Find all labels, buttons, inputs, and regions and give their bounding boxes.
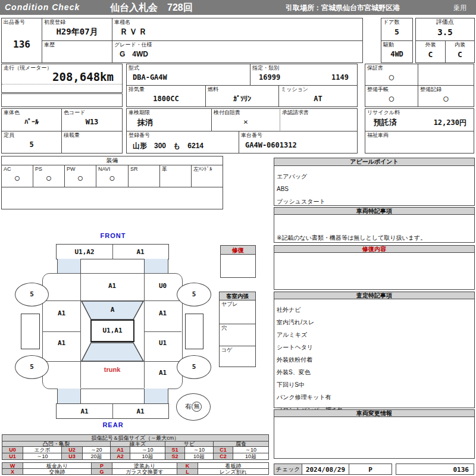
rear-window-shape [81,342,144,362]
legend-code: A2 [110,453,130,460]
legend-code-text: A1 [117,447,124,453]
warranty-blank-cell [418,64,474,86]
check-date-cell: 2024/08/29 [302,464,349,475]
interior-trim-row-tear: ヤブレ [219,300,256,324]
rear-bumper: A1 A1 [56,403,169,419]
equipment-value-ps: ○ [33,173,64,182]
front-right-pillar-patch [144,259,168,274]
color-code-value: W13 [62,118,122,126]
class-value-2: 1149 [331,73,349,82]
check-label-cell: チェック [274,464,302,475]
class-cell: 指定・類別 16999 1149 [250,64,358,86]
welfare-vehicle-cell: 福祉車両 [365,131,474,154]
grade-value: G 4WD [120,49,148,60]
change-info-title: 車両変更情報 [356,410,392,416]
interior-trim-label-burn: コゲ [221,347,232,353]
interior-trim-title: 客室内張 [226,293,249,299]
doors-value: 5 [381,27,412,36]
legend-desc: 10超 [233,453,269,460]
warranty-cell: 保証書 ○ [365,64,418,86]
registration-number-cell: 登録番号 山形 300 も 6214 [126,131,239,154]
legend-desc-text: ～10 [193,447,205,453]
legend-code: U1 [2,453,23,460]
legend-code: C2 [213,453,233,460]
doors-cell: ドア数 5 [381,18,413,41]
fuel-label: 燃料 [208,86,218,92]
interior-grade-value: C [446,50,474,59]
appeal-header: アピールポイント [274,158,475,166]
legend-code-text: G [99,469,104,475]
left-rear-door-code: A1 [43,339,80,347]
rear-bumper-right-code: A1 [112,408,168,415]
front-bumper-left-code: U1,A2 [57,248,112,256]
displacement-cell: 排気量 1800CC [126,85,206,107]
spare-present-label: 有 [185,403,192,410]
legend-desc-text: ～10 [36,453,48,459]
assessment-title: 査定特記事項 [356,292,392,299]
equipment-header: 装備 [1,156,223,165]
legend-desc: 交換跡 [23,468,92,475]
recycle-fee-label: リサイクル料 [367,109,400,115]
rear-bumper-left-code: A1 [57,408,112,415]
equipment-cell-sr: SR [128,165,160,187]
legend-desc-text: ～10 [142,447,153,453]
first-registration-value: H29年07月 [42,27,112,37]
legend-code: X [2,468,23,475]
check-number-cell: 0136 [396,464,474,475]
interior-trim-row-burn: コゲ [219,346,256,367]
legend-code-text: S1 [171,447,178,453]
vehicle-notes-content: ※記載のない書類・機器等は無しとして取り扱います。 [274,214,475,243]
transmission-label: ミッション [281,86,308,92]
assessment-line: アルミキズ [277,332,472,339]
legend-desc: レンズ割れ [198,468,269,475]
model-name-cell: 車種名 ＲＶＲ [112,18,363,41]
legend-title: 損傷記号＆損傷サイズ（～最大cm） [92,435,180,441]
legend-desc: ～10 [23,453,62,460]
body-color-label: 車体色 [4,109,20,115]
trunk-label: trunk [80,366,144,373]
mileage-extra-cell [1,93,123,107]
warranty-label: 保証書 [367,65,383,71]
repair-mini-title: 修復 [232,247,244,253]
legend-code-text: X [11,469,14,475]
welfare-vehicle-label: 福祉車両 [367,132,389,138]
wheel-code: 5 [30,290,34,298]
brand-logo: Condition Check [5,2,80,12]
drive-value: 4WD [381,50,412,58]
assessment-line: 外装鉄粉付着 [277,357,472,364]
inspection-cell: 車検期限 抹消 [126,108,212,131]
legend-desc-text: 交換跡 [49,469,65,475]
title-bar: Condition Check 仙台入札会 728回 引取場所：宮城県仙台市宮城… [0,0,476,15]
fuel-value: ｶﾞｿﾘﾝ [206,95,278,103]
transmission-value: AT [279,95,357,103]
legend-desc-text: レンズ割れ [220,469,247,475]
assessment-line: 社外ナビ [277,307,472,314]
equipment-label-ps: PS [35,166,42,172]
wheel-rear-left: 5 [15,355,49,379]
warranty-value: ○ [365,72,418,82]
recycle-fee-cell: リサイクル料 預託済 12,230円 [365,108,474,131]
legend-code-text: A2 [117,453,124,459]
inspection-label: 車検期限 [129,109,150,115]
maintenance-book-value: ○ [365,93,418,103]
legend-desc-text: ガラス交換要す [126,469,164,475]
right-rocker-panel [185,314,203,349]
mileage-cell: 走行（現メーター） 208,648km [1,64,123,93]
chassis-number-value: GA4W-0601312 [245,141,297,149]
legend-code-text: L [186,469,189,475]
insurance-cell: 検付自賠責 × [211,108,280,131]
score-label: 評価点 [416,19,474,25]
repair-mini-box [220,254,256,278]
history-label: 車歴 [44,42,55,48]
equipment-cell-lhd: 左ﾊﾝﾄﾞﾙ [191,165,223,187]
displacement-label: 排気量 [129,86,145,92]
appeal-line: プッシュスタート [277,199,472,205]
interior-trim-label-hole: 穴 [221,325,227,331]
rear-left-pillar-patch [57,389,81,403]
doors-label: ドア数 [383,19,399,25]
chassis-number-cell: 車台番号 GA4W-0601312 [239,131,358,154]
transmission-cell: ミッション AT [278,85,358,107]
legend-code: U3 [61,453,83,460]
legend-desc: ガラス交換要す [112,468,177,475]
auction-sheet: Condition Check 仙台入札会 728回 引取場所：宮城県仙台市宮城… [0,0,476,476]
